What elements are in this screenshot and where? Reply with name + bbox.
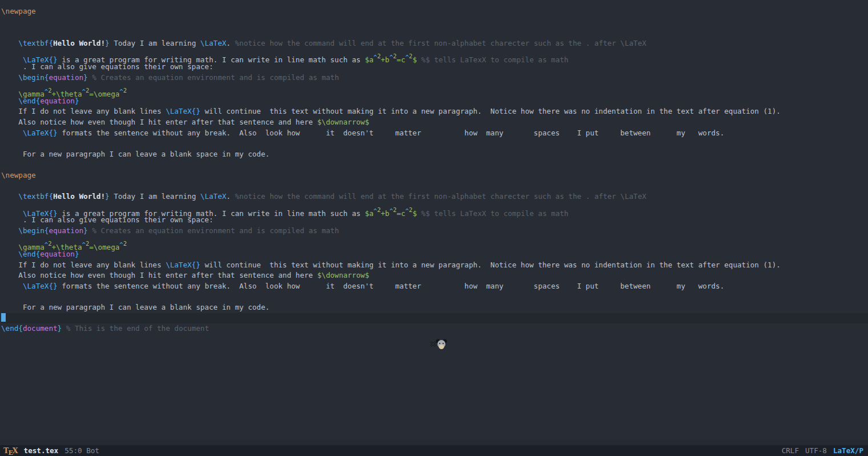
major-mode[interactable]: LaTeX/P: [833, 446, 863, 455]
code-line[interactable]: \LaTeX{} is a great program for writing …: [1, 202, 868, 215]
desktop-cursor-icon: [429, 338, 448, 350]
code-line[interactable]: \end{document} % This is the end of the …: [1, 323, 868, 334]
code-line[interactable]: \LaTeX{} formats the sentence without an…: [1, 281, 868, 292]
code-line[interactable]: [1, 159, 868, 170]
mouse-face-icon: [436, 339, 447, 349]
code-line[interactable]: If I do not leave any blank lines \LaTeX…: [1, 260, 868, 271]
text-cursor: [1, 313, 6, 322]
tex-mode-icon: TEX: [3, 446, 18, 456]
modeline-left: TEX test.tex 55:0 Bot: [3, 446, 99, 456]
code-line[interactable]: [1, 181, 868, 192]
encoding-indicator: UTF-8: [805, 446, 827, 455]
code-line[interactable]: If I do not leave any blank lines \LaTeX…: [1, 106, 868, 117]
modeline-right: CRLF UTF-8 LaTeX/P: [782, 446, 863, 455]
eol-indicator: CRLF: [782, 446, 799, 455]
code-line[interactable]: \gamma^2+\theta^2=\omega^2: [1, 236, 868, 249]
code-line[interactable]: \gamma^2+\theta^2=\omega^2: [1, 83, 868, 96]
code-line[interactable]: For a new paragraph I can leave a blank …: [1, 149, 868, 160]
code-line[interactable]: For a new paragraph I can leave a blank …: [1, 302, 868, 313]
code-line[interactable]: \newpage: [1, 170, 868, 181]
code-line[interactable]: [1, 27, 868, 38]
window-divider: [0, 440, 868, 445]
buffer-name[interactable]: test.tex: [24, 446, 59, 455]
modeline: TEX test.tex 55:0 Bot CRLF UTF-8 LaTeX/P: [0, 445, 868, 456]
code-line[interactable]: \textbf{Hello World!} Today I am learnin…: [1, 191, 868, 202]
code-line[interactable]: [1, 313, 868, 324]
code-line[interactable]: [1, 138, 868, 149]
code-line[interactable]: Also notice how even though I hit enter …: [1, 117, 868, 128]
x-cursor-icon: [429, 338, 448, 350]
code-line[interactable]: \end{equation}: [1, 96, 868, 107]
code-line[interactable]: \textbf{Hello World!} Today I am learnin…: [1, 38, 868, 49]
code-line[interactable]: \begin{equation} % Creates an equation e…: [1, 226, 868, 237]
code-line[interactable]: \newpage: [1, 6, 868, 17]
code-line[interactable]: Also notice how even though I hit enter …: [1, 270, 868, 281]
code-line[interactable]: \begin{equation} % Creates an equation e…: [1, 73, 868, 83]
code-line[interactable]: \end{equation}: [1, 249, 868, 260]
code-line[interactable]: \LaTeX{} is a great program for writing …: [1, 49, 868, 62]
code-line[interactable]: \LaTeX{} formats the sentence without an…: [1, 128, 868, 139]
code-line[interactable]: [1, 291, 868, 302]
cursor-position: 55:0 Bot: [65, 446, 99, 455]
editor-buffer[interactable]: \newpage \textbf{Hello World!} Today I a…: [0, 0, 868, 440]
code-line[interactable]: [1, 17, 868, 28]
